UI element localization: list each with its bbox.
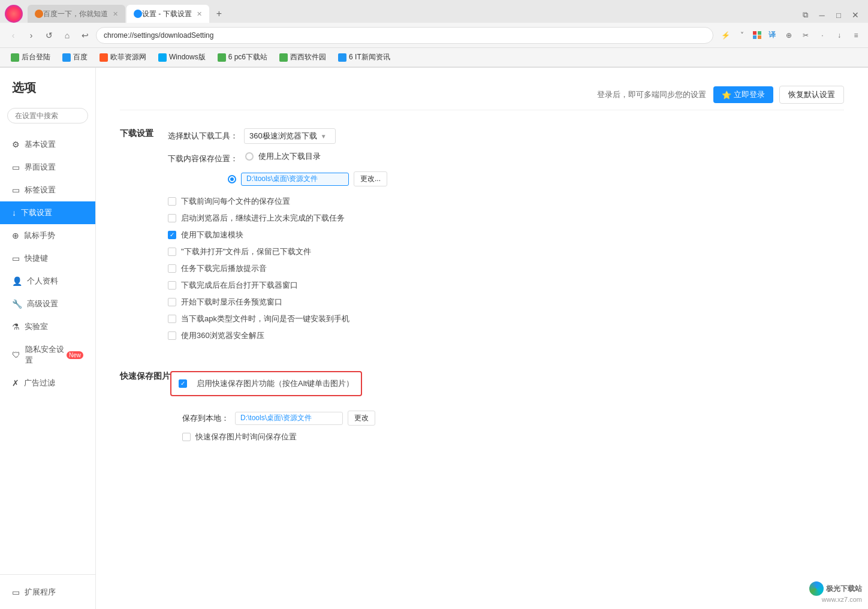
download-indicator-icon[interactable]: ↓	[833, 29, 845, 41]
menu-icon[interactable]: ≡	[850, 29, 862, 41]
quick-save-title: 快速保存图片	[120, 371, 170, 382]
checkbox-background[interactable]	[168, 281, 176, 290]
quick-save-row: 快速保存图片 启用快速保存图片功能（按住Alt键单击图片） 保存到本地：	[120, 371, 844, 448]
quick-save-change-btn[interactable]: 更改	[348, 411, 375, 426]
sidebar-item-advanced[interactable]: 🔧 高级设置	[0, 293, 95, 315]
sidebar-item-adblock[interactable]: ✗ 广告过滤	[0, 372, 95, 394]
bookmark-oufei[interactable]: 欧菲资源网	[95, 51, 151, 64]
bookmark-xixisoft[interactable]: 西西软件园	[275, 51, 331, 64]
bookmark-itnews-label: 6 IT新闻资讯	[349, 52, 390, 62]
bookmark-windows[interactable]: Windows版	[153, 51, 210, 64]
tab-settings-close[interactable]: ✕	[197, 10, 202, 18]
checkbox-apk-install-row: 当下载apk类型文件时，询问是否一键安装到手机	[168, 313, 844, 324]
checkbox-accelerate[interactable]	[168, 231, 176, 239]
app-grid-icon[interactable]	[753, 31, 761, 40]
save-location-label: 下载内容保存位置：	[168, 153, 238, 164]
window-restore-btn[interactable]: ⧉	[797, 7, 813, 23]
address-bar: ‹ › ↺ ⌂ ↩ ⚡ ˅ 译 ⊕ ✂ · ↓ ≡	[0, 23, 868, 48]
checkbox-apk-install[interactable]	[168, 315, 176, 323]
quick-save-path-row: 保存到本地： 更改	[182, 411, 844, 426]
tool-selector-row: 选择默认下载工具： 360极速浏览器下载 ▼	[168, 128, 844, 144]
sidebar-item-ui[interactable]: ▭ 界面设置	[0, 156, 95, 179]
expand-icon[interactable]: ˅	[736, 29, 748, 41]
sidebar-item-ui-label: 界面设置	[25, 162, 56, 173]
radio-custom-path[interactable]	[228, 175, 236, 183]
checkbox-preview[interactable]	[168, 298, 176, 306]
tab-baidu[interactable]: 百度一下，你就知道 ✕	[28, 5, 125, 23]
sidebar-item-shortcuts[interactable]: ▭ 快捷键	[0, 247, 95, 270]
sidebar-item-basic[interactable]: ⚙ 基本设置	[0, 133, 95, 156]
bookmark-houtatai[interactable]: 后台登陆	[6, 51, 55, 64]
checkbox-preview-label: 开始下载时显示任务预览窗口	[181, 297, 282, 307]
sidebar-item-lab[interactable]: ⚗ 实验室	[0, 315, 95, 338]
checkbox-quick-save-enable[interactable]	[179, 379, 187, 388]
quick-save-enable-container: 启用快速保存图片功能（按住Alt键单击图片）	[170, 371, 362, 396]
window-maximize-btn[interactable]: □	[831, 7, 846, 23]
download-settings-section: 下载设置 选择默认下载工具： 360极速浏览器下载 ▼ 下载内	[120, 128, 844, 347]
checkbox-safe-extract-label: 使用360浏览器安全解压	[181, 330, 264, 341]
window-minimize-btn[interactable]: ─	[814, 7, 830, 23]
checkbox-preview-row: 开始下载时显示任务预览窗口	[168, 297, 844, 307]
radio-last-dir[interactable]	[245, 152, 254, 161]
content-area: 登录后，即可多端同步您的设置 ⭐ 立即登录 恢复默认设置 下载设置 选择默认下载…	[96, 68, 868, 609]
bookmark-pc6[interactable]: 6 pc6下载站	[213, 51, 272, 64]
bookmark-houtatai-label: 后台登陆	[22, 52, 50, 62]
checkbox-safe-extract-row: 使用360浏览器安全解压	[168, 330, 844, 341]
lightning-icon[interactable]: ⚡	[719, 29, 731, 41]
bookmark-itnews[interactable]: 6 IT新闻资讯	[333, 51, 395, 64]
checkbox-keep-after-open[interactable]	[168, 248, 176, 256]
quick-save-path-input[interactable]	[235, 412, 343, 425]
sidebar-item-basic-label: 基本设置	[25, 139, 56, 150]
tool-label: 选择默认下载工具：	[168, 131, 238, 141]
translate-icon[interactable]: 译	[766, 29, 778, 41]
tab-settings[interactable]: 设置 - 下载设置 ✕	[126, 5, 209, 23]
tab-bar: 百度一下，你就知道 ✕ 设置 - 下载设置 ✕ + ⧉ ─ □ ✕	[0, 0, 868, 23]
checkbox-continue-tasks[interactable]	[168, 214, 176, 222]
back-button[interactable]: ‹	[6, 28, 20, 43]
bookmark-baidu[interactable]: 百度	[58, 51, 92, 64]
sidebar-item-mouse[interactable]: ⊕ 鼠标手势	[0, 224, 95, 247]
sidebar-item-lab-label: 实验室	[25, 321, 48, 332]
bookmark-houtatai-icon	[11, 53, 19, 62]
sidebar-item-extensions[interactable]: ▭ 扩展程序	[0, 581, 95, 604]
sidebar-item-privacy[interactable]: 🛡 隐私安全设置 New	[0, 338, 95, 372]
download-path-change-btn[interactable]: 更改...	[354, 171, 387, 186]
sidebar-item-tabs[interactable]: ▭ 标签设置	[0, 179, 95, 201]
basic-settings-icon: ⚙	[12, 140, 20, 149]
extensions-icon[interactable]: ⊕	[783, 29, 795, 41]
watermark-logo	[809, 581, 824, 596]
download-settings-content: 选择默认下载工具： 360极速浏览器下载 ▼ 下载内容保存位置： 使用上次	[168, 128, 844, 347]
tab-new-button[interactable]: +	[210, 5, 228, 23]
checkbox-quick-save-ask[interactable]	[182, 433, 191, 441]
sidebar-item-privacy-label: 隐私安全设置	[25, 344, 64, 366]
download-settings-row: 下载设置 选择默认下载工具： 360极速浏览器下载 ▼ 下载内	[120, 128, 844, 347]
checkbox-sound[interactable]	[168, 264, 176, 273]
download-path-input[interactable]	[241, 173, 349, 186]
quick-save-change-label: 更改	[354, 414, 369, 422]
tab-baidu-close[interactable]: ✕	[113, 10, 118, 18]
sidebar-search-input[interactable]	[7, 108, 88, 123]
watermark-site-name: 极光下载站	[826, 584, 862, 594]
checkbox-ask-location[interactable]	[168, 197, 176, 206]
bookmark-baidu-icon	[62, 53, 71, 62]
address-input[interactable]	[96, 27, 713, 44]
forward-button[interactable]: ›	[24, 28, 38, 43]
restore-defaults-button[interactable]: 恢复默认设置	[779, 86, 844, 104]
privacy-new-badge: New	[67, 351, 83, 359]
window-close-btn[interactable]: ✕	[848, 7, 863, 23]
home-button[interactable]: ⌂	[60, 28, 74, 43]
bookmark-windows-icon	[158, 53, 167, 62]
refresh-button[interactable]: ↺	[42, 28, 56, 43]
scissors-icon[interactable]: ✂	[800, 29, 812, 41]
lab-icon: ⚗	[12, 322, 20, 331]
bookmark-itnews-icon	[338, 53, 346, 62]
select-arrow-icon: ▼	[321, 133, 327, 140]
sidebar-item-download[interactable]: ↓ 下载设置	[0, 201, 95, 224]
sidebar-item-profile[interactable]: 👤 个人资料	[0, 270, 95, 293]
checkbox-safe-extract[interactable]	[168, 331, 176, 340]
restore-history-button[interactable]: ↩	[78, 28, 92, 43]
download-tool-select[interactable]: 360极速浏览器下载 ▼	[244, 128, 336, 144]
advanced-settings-icon: 🔧	[12, 299, 22, 309]
restore-defaults-label: 恢复默认设置	[788, 90, 835, 99]
login-button[interactable]: ⭐ 立即登录	[713, 86, 773, 103]
